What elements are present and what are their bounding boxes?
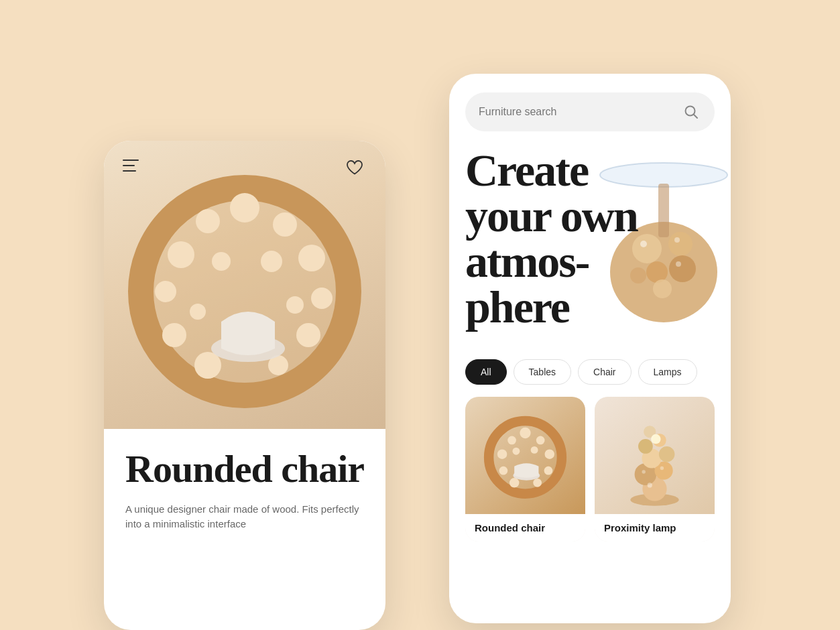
search-bar[interactable] (465, 92, 715, 131)
svg-point-33 (536, 436, 545, 444)
svg-point-16 (190, 304, 206, 320)
svg-point-37 (509, 478, 520, 488)
product-card-image-lamp (595, 397, 715, 514)
svg-point-54 (648, 483, 652, 487)
svg-point-42 (512, 447, 520, 454)
svg-point-49 (659, 446, 675, 462)
chair-illustration (104, 141, 385, 429)
favorite-icon[interactable] (343, 155, 367, 180)
filter-all[interactable]: All (465, 359, 507, 385)
svg-point-11 (168, 241, 194, 268)
product-grid: Rounded chair (449, 385, 731, 542)
svg-point-8 (194, 352, 221, 379)
product-card-image-chair (465, 397, 585, 514)
svg-point-12 (196, 209, 220, 233)
filter-chair[interactable]: Chair (578, 359, 631, 385)
hero-section: Create your own atmos-phere (449, 131, 731, 346)
filter-lamps[interactable]: Lamps (638, 359, 697, 385)
svg-point-13 (261, 251, 282, 272)
svg-point-32 (520, 427, 530, 438)
svg-point-24 (669, 255, 696, 282)
svg-point-22 (668, 232, 693, 256)
svg-point-15 (286, 296, 304, 314)
product-title: Rounded chair (125, 449, 364, 490)
svg-point-4 (298, 245, 325, 271)
hero-text: Create your own atmos-phere (465, 147, 640, 330)
svg-point-23 (646, 261, 668, 283)
svg-point-35 (544, 466, 553, 475)
svg-point-50 (638, 439, 653, 454)
menu-icon[interactable] (123, 160, 139, 172)
svg-point-53 (651, 434, 661, 444)
product-description: A unique designer chair made of wood. Fi… (125, 502, 364, 532)
filter-tables[interactable]: Tables (514, 359, 571, 385)
svg-point-56 (660, 466, 664, 469)
svg-point-9 (162, 323, 186, 347)
product-card-name-chair: Rounded chair (465, 514, 585, 542)
svg-point-27 (640, 241, 647, 247)
svg-point-3 (273, 212, 297, 237)
svg-point-39 (497, 449, 507, 459)
svg-point-14 (212, 252, 231, 271)
svg-point-41 (531, 446, 538, 453)
svg-point-38 (499, 466, 508, 475)
svg-point-34 (545, 449, 555, 459)
product-card-name-lamp: Proximity lamp (595, 514, 715, 542)
svg-point-5 (311, 288, 333, 309)
search-icon[interactable] (681, 102, 701, 122)
right-phone-card: Create your own atmos-phere (449, 74, 731, 623)
filter-bar: All Tables Chair Lamps (449, 346, 731, 385)
search-input[interactable] (479, 106, 673, 118)
svg-point-55 (642, 470, 645, 473)
left-phone-card: Rounded chair A unique designer chair ma… (104, 141, 385, 630)
svg-point-29 (676, 261, 681, 267)
product-card-chair[interactable]: Rounded chair (465, 397, 585, 542)
svg-point-2 (230, 193, 259, 223)
product-image-area (104, 141, 385, 429)
svg-point-25 (653, 279, 672, 298)
product-card-lamp[interactable]: Proximity lamp (595, 397, 715, 542)
svg-point-36 (533, 478, 542, 487)
svg-point-28 (674, 237, 680, 243)
product-info: Rounded chair A unique designer chair ma… (104, 429, 385, 532)
svg-point-10 (155, 281, 176, 302)
svg-rect-30 (658, 184, 669, 237)
svg-point-6 (296, 323, 320, 347)
svg-point-40 (507, 436, 516, 444)
